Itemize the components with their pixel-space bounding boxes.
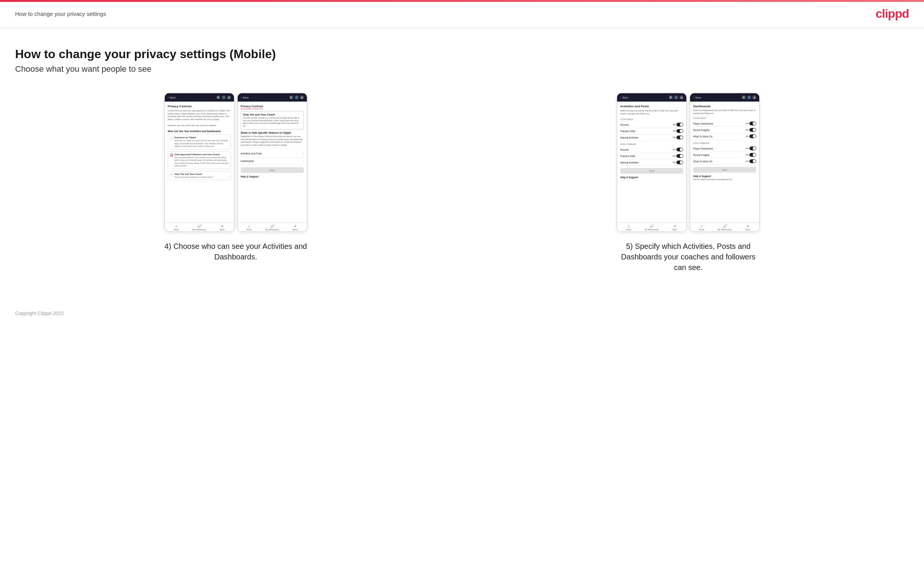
search-icon[interactable]: 🔍 xyxy=(216,95,220,99)
toggle-player-dash-coach-switch[interactable] xyxy=(750,122,756,126)
chevron-back-icon-3: ‹ xyxy=(620,96,621,99)
nav-performance-4[interactable]: 📈 My Performance xyxy=(713,224,736,231)
phone-nav-4: ⌂ Home 📈 My Performance ≡ Menu xyxy=(690,222,759,232)
phone-body-4: Dashboards Select the dashboards that yo… xyxy=(690,102,759,222)
menu-icon-4: ≡ xyxy=(746,224,750,228)
nav-home-label: Home xyxy=(174,229,179,231)
radio-only-coach[interactable]: Only You and Your Coach Only you and the… xyxy=(168,171,231,181)
search-icon-3[interactable]: 🔍 xyxy=(669,95,673,99)
settings-icon-3[interactable]: ⚙ xyxy=(680,95,683,99)
top-bar-title: How to change your privacy settings xyxy=(15,11,106,17)
phone-body-3: Activities and Posts Select the types of… xyxy=(617,102,686,222)
radio-approved[interactable]: Only Approved Followers and Your Coach O… xyxy=(168,152,231,169)
save-button-3[interactable]: Save xyxy=(620,168,683,174)
drills-coach-label: Practice Drills xyxy=(620,130,635,132)
toggle-what-to-work-coach-switch[interactable] xyxy=(750,134,756,138)
home-icon-2: ⌂ xyxy=(247,224,251,228)
toggle-drills-follower-switch[interactable] xyxy=(677,154,683,158)
on-label-wtwf: ON xyxy=(746,160,749,162)
settings-icon-4[interactable]: ⚙ xyxy=(753,95,756,99)
phone-header-4: ‹ Back 🔍 👤 ⚙ xyxy=(690,93,759,102)
search-icon-2[interactable]: 🔍 xyxy=(289,95,293,99)
dashboards-title: Dashboards xyxy=(693,105,756,108)
coaches-header-3: COACHES xyxy=(620,118,683,121)
toggle-round-insights-coach-switch[interactable] xyxy=(750,128,756,132)
toggle-drills-coach-switch[interactable] xyxy=(677,129,683,133)
phone-back-3[interactable]: ‹ Back xyxy=(620,96,628,99)
rounds-coach-label: Rounds xyxy=(620,124,628,126)
nav-menu-4[interactable]: ≡ Menu xyxy=(736,224,759,231)
toggle-round-insights-follower-switch[interactable] xyxy=(750,153,756,157)
profile-icon-3[interactable]: 👤 xyxy=(674,95,678,99)
phone-header-3: ‹ Back 🔍 👤 ⚙ xyxy=(617,93,686,102)
arrow-icon: › xyxy=(303,152,304,155)
activities-posts-desc: Select the types of activity that you'd … xyxy=(620,110,683,115)
help-support-2: Help & Support xyxy=(241,175,304,178)
main-content: How to change your privacy settings (Mob… xyxy=(0,28,924,303)
profile-icon[interactable]: 👤 xyxy=(222,95,226,99)
save-button-4[interactable]: Save xyxy=(693,167,756,172)
toggle-rounds-follower-switch[interactable] xyxy=(677,148,683,152)
manual-coach-label: Manual Activities xyxy=(620,136,638,139)
nav-menu-label-4: Menu xyxy=(745,229,750,231)
settings-icon[interactable]: ⚙ xyxy=(227,95,231,99)
nav-performance-label-3: My Performance xyxy=(645,229,659,231)
nav-home-2[interactable]: ⌂ Home xyxy=(238,224,261,231)
phone-back-4[interactable]: ‹ Back xyxy=(693,96,701,99)
nav-home-4[interactable]: ⌂ Home xyxy=(690,224,713,231)
home-icon-4: ⌂ xyxy=(699,224,704,228)
nav-menu-1[interactable]: ≡ Menu xyxy=(211,224,234,231)
toggle-manual-follower-switch[interactable] xyxy=(677,161,683,164)
menu-dashboards[interactable]: Dashboards › xyxy=(241,158,304,165)
toggle-round-insights-follower: Round Insights ON xyxy=(693,152,756,158)
nav-performance-2[interactable]: 📈 My Performance xyxy=(261,224,284,231)
profile-icon-4[interactable]: 👤 xyxy=(747,95,751,99)
toggle-player-dash-follower-switch[interactable] xyxy=(750,147,756,150)
menu-activities[interactable]: Activities and Posts › xyxy=(241,150,304,158)
nav-home-3[interactable]: ⌂ Home xyxy=(617,224,640,231)
screenshots-row: ‹ Back 🔍 👤 ⚙ Privacy Controls Control ho… xyxy=(15,93,909,272)
phone-nav-2: ⌂ Home 📈 My Performance ≡ Menu xyxy=(238,222,307,232)
phone-back-2[interactable]: ‹ Back xyxy=(241,96,249,99)
toggle-rounds-coach-switch[interactable] xyxy=(677,123,683,126)
home-icon: ⌂ xyxy=(174,224,178,228)
caption-group-2: 5) Specify which Activities, Posts and D… xyxy=(616,241,760,272)
performance-icon-2: 📈 xyxy=(270,224,275,228)
on-label-pdf: ON xyxy=(746,147,749,150)
radio-sublabel-only-coach: Only you and the coaches you connect wit… xyxy=(174,176,213,178)
help-support-4: Help & Support xyxy=(693,175,756,177)
privacy-controls-title: Privacy Controls xyxy=(168,105,231,108)
phone-header-icons-2: 🔍 👤 ⚙ xyxy=(289,95,304,99)
activities-posts-title: Activities and Posts xyxy=(620,105,683,108)
toggle-what-to-work-follower-switch[interactable] xyxy=(750,160,756,163)
phone-header-1: ‹ Back 🔍 👤 ⚙ xyxy=(165,93,234,102)
nav-menu-2[interactable]: ≡ Menu xyxy=(284,224,307,231)
toggle-what-to-work-coach: What To Work On ON xyxy=(693,133,756,140)
toggle-round-insights-coach: Round Insights ON xyxy=(693,127,756,133)
settings-icon-2[interactable]: ⚙ xyxy=(300,95,304,99)
nav-performance-1[interactable]: 📈 My Performance xyxy=(188,224,211,231)
menu-icon: ≡ xyxy=(220,224,225,228)
on-label-pdc: ON xyxy=(746,122,749,125)
chevron-back-icon-2: ‹ xyxy=(241,96,242,99)
footer: Copyright Clippd 2022 xyxy=(0,303,924,324)
phone-back-1[interactable]: ‹ Back xyxy=(168,96,176,99)
nav-performance-3[interactable]: 📈 My Performance xyxy=(640,224,663,231)
search-icon-4[interactable]: 🔍 xyxy=(742,95,746,99)
toggle-manual-coach-switch[interactable] xyxy=(677,135,683,139)
help-support-3: Help & Support xyxy=(620,176,683,179)
phone-screen-3: ‹ Back 🔍 👤 ⚙ Activities and Posts Select… xyxy=(617,93,687,232)
on-label-rf: ON xyxy=(673,148,676,151)
phone-screen-1: ‹ Back 🔍 👤 ⚙ Privacy Controls Control ho… xyxy=(165,93,234,232)
back-label: Back xyxy=(170,96,176,99)
privacy-controls-tab[interactable]: Privacy Controls xyxy=(241,105,263,109)
nav-home-1[interactable]: ⌂ Home xyxy=(165,224,188,231)
what-to-work-follower-label: What To Work On xyxy=(693,160,712,163)
toggle-manual-follower: Manual Activities ON xyxy=(620,160,683,166)
profile-icon-2[interactable]: 👤 xyxy=(295,95,299,99)
save-button-2[interactable]: Save xyxy=(241,167,304,173)
radio-everyone[interactable]: Everyone on Clippd Everyone on Clippd ca… xyxy=(168,134,231,150)
nav-menu-3[interactable]: ≡ Menu xyxy=(663,224,686,231)
toggle-drills-follower: Practice Drills ON xyxy=(620,153,683,160)
screenshot-group-2: ‹ Back 🔍 👤 ⚙ Activities and Posts Select… xyxy=(468,93,909,272)
